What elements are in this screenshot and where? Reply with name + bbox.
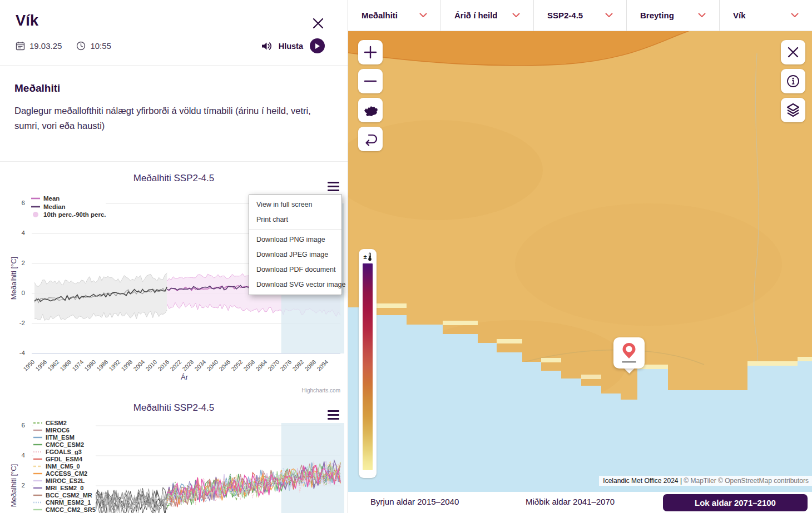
info-icon [786,74,800,88]
iceland-icon [363,104,378,116]
legend-item-gfdl-esm4[interactable]: GFDL_ESM4 [33,455,96,462]
period-button[interactable]: Byrjun aldar 2015–2040 [370,497,459,506]
legend-item-cesm2[interactable]: CESM2 [33,419,96,426]
legend-item-median[interactable]: Median [31,203,106,210]
menu-item-download-jpeg-image[interactable]: Download JPEG image [249,247,341,262]
legend-label: Mean [43,195,60,202]
menu-item-download-pdf-document[interactable]: Download PDF document [249,262,341,277]
location-marker[interactable] [613,337,645,368]
reset-view-button[interactable] [358,98,383,122]
dropdown-variable[interactable]: Meðalhiti [348,0,441,31]
legend-label: MIROC_ES2L [46,477,85,484]
legend-label: FGOALS_g3 [46,449,82,455]
zoom-in-button[interactable] [358,40,383,64]
chevron-down-icon [698,13,706,18]
menu-item-download-svg-vector-image[interactable]: Download SVG vector image [249,277,341,292]
y-tick-label: 6 [8,200,25,206]
legend-item-mean[interactable]: Mean [31,195,106,202]
legend-label: CMCC_ESM2 [46,441,84,448]
legend-swatch [33,480,42,482]
time-value: 10:55 [90,41,111,51]
legend-label: IITM_ESM [46,434,75,441]
legend-item-bcc-csm2-mr[interactable]: BCC_CSM2_MR [33,491,96,499]
close-panel-button[interactable] [311,17,325,30]
legend-label: CNRM_ESM2_1 [46,499,91,506]
chart-title: Meðalhiti SSP2-4.5 [0,173,348,184]
highcharts-credit[interactable]: Highcharts.com [302,387,340,394]
speaker-icon [261,41,272,51]
legend-item-inm-cm5-0[interactable]: INM_CM5_0 [33,462,96,470]
pin-icon [613,337,645,368]
chevron-down-icon [512,13,520,18]
dropdown-mode[interactable]: Breyting [627,0,720,31]
legend-item-cnrm-esm2-1[interactable]: CNRM_ESM2_1 [33,499,96,506]
map-panel: MeðalhitiÁrið í heildSSP2-4.5BreytingVík [348,0,812,513]
y-axis-title: Meðalhiti [°C] [9,251,18,306]
undo-arrow-icon [362,131,379,147]
legend-swatch [33,494,42,496]
legend-item-10th-perc-90th-perc-[interactable]: 10th perc.-90th perc. [31,211,106,218]
legend-label: ACCESS_CM2 [46,470,87,477]
legend-swatch [33,458,42,460]
date-value: 19.03.25 [29,41,62,51]
dropdown-scenario[interactable]: SSP2-4.5 [534,0,627,31]
period-selector: Byrjun aldar 2015–2040Miðbik aldar 2041–… [348,492,812,513]
legend-swatch [33,422,42,424]
dropdown-mode-label: Breyting [640,11,674,20]
close-icon [786,46,800,59]
chart-title: Meðalhiti SSP2-4.5 [0,402,348,414]
plus-icon [363,45,378,59]
close-map-layer-button[interactable] [781,40,805,64]
legend-item-access-cm2[interactable]: ACCESS_CM2 [33,470,96,477]
menu-item-print-chart[interactable]: Print chart [249,212,341,227]
info-button[interactable] [781,69,805,93]
map-attribution[interactable]: Icelandic Met Office 2024 | © MapTiler ©… [599,476,812,486]
y-tick-label: 4 [8,230,25,236]
legend-label: GFDL_ESM4 [46,456,82,462]
hamburger-menu-icon[interactable] [328,410,339,420]
layers-icon [785,102,801,118]
legend-label: MRI_ESM2_0 [46,485,83,491]
variable-description-text: Daglegur meðallofthiti nálægt yfirborði … [14,103,329,133]
legend-item-mri-esm2-0[interactable]: MRI_ESM2_0 [33,484,96,491]
legend-item-fgoals-g3[interactable]: FGOALS_g3 [33,448,96,455]
date-time-row: 19.03.25 10:55 [16,41,111,51]
legend-item-cmcc-cm2-sr5[interactable]: CMCC_CM2_SR5 [33,506,96,513]
chart-legend: CESM2MIROC6IITM_ESMCMCC_ESM2FGOALS_g3GFD… [33,419,96,513]
legend-swatch [33,429,42,431]
hamburger-menu-icon[interactable] [328,182,339,191]
map-area[interactable]: ± Icelandic Met Office 2024 [348,31,812,492]
dropdown-location[interactable]: Vík [720,0,812,31]
period-button[interactable]: Miðbik aldar 2041–2070 [526,497,615,506]
menu-item-view-in-full-screen[interactable]: View in full screen [249,197,341,212]
period-button-active[interactable]: Lok aldar 2071–2100 [663,494,808,511]
zoom-out-button[interactable] [358,69,383,93]
legend-item-miroc6[interactable]: MIROC6 [33,426,96,434]
listen-button[interactable]: Hlusta [279,42,303,51]
legend-swatch [33,509,42,511]
legend-item-miroc-es2l[interactable]: MIROC_ES2L [33,477,96,484]
legend-swatch [33,472,42,475]
menu-item-download-png-image[interactable]: Download PNG image [249,232,341,247]
map-filter-bar: MeðalhitiÁrið í heildSSP2-4.5BreytingVík [348,0,812,31]
undo-button[interactable] [358,127,383,151]
variable-title: Meðalhiti [14,82,60,94]
chart-context-menu: View in full screenPrint chartDownload P… [249,195,342,295]
dropdown-period[interactable]: Árið í heild [441,0,534,31]
legend-swatch [33,436,42,439]
hist-band [34,273,167,321]
legend-swatch [33,465,42,467]
legend-item-iitm-esm[interactable]: IITM_ESM [33,434,96,441]
map-canvas [348,31,812,492]
close-icon [311,17,325,30]
dropdown-location-label: Vík [733,11,746,20]
legend-swatch [31,206,40,208]
layers-button[interactable] [781,98,805,122]
legend-item-cmcc-esm2[interactable]: CMCC_ESM2 [33,441,96,448]
play-button[interactable] [310,38,325,53]
location-title: Vík [16,12,38,29]
y-tick-label: 4 [8,452,25,459]
y-tick-label: 6 [8,422,25,429]
attribution-links[interactable]: © MapTiler © OpenStreetMap contributors [682,477,809,485]
variable-description: Meðalhiti Daglegur meðallofthiti nálægt … [0,66,348,162]
